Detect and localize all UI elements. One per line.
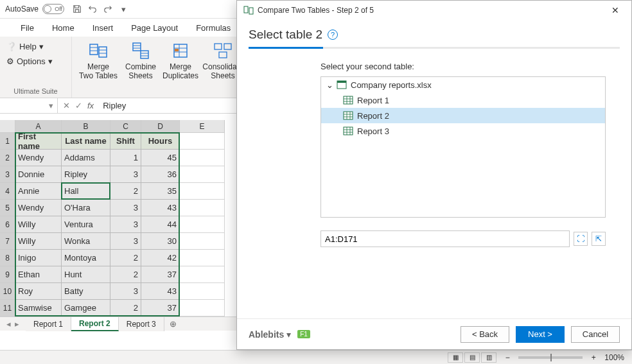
zoom-out-button[interactable]: − [503,353,512,362]
cell[interactable]: Ripley [62,166,110,183]
cell[interactable]: Ventura [62,216,110,233]
cell[interactable]: 2 [110,300,141,316]
cell[interactable] [180,150,225,166]
sheet-tab[interactable]: Report 3 [119,317,164,331]
column-header[interactable]: A [15,120,62,133]
row-header[interactable]: 9 [0,266,15,283]
tree-sheet-item[interactable]: Report 3 [321,123,605,139]
cell[interactable] [180,133,225,150]
cell[interactable]: 2 [110,183,141,200]
cell[interactable]: Gamgee [62,300,110,316]
chevron-down-icon[interactable]: ⌄ [326,80,333,90]
row-header[interactable]: 5 [0,200,15,216]
cell[interactable]: 3 [110,283,141,300]
zoom-slider[interactable] [518,356,583,359]
brand-label[interactable]: Ablebits▾ F1 [249,329,310,340]
tab-page-layout[interactable]: Page Layout [122,19,187,37]
merge-two-tables-button[interactable]: Merge Two Tables [76,39,121,81]
cell[interactable]: Samwise [15,300,62,316]
zoom-level[interactable]: 100% [604,353,624,362]
cell[interactable]: Inigo [15,250,62,266]
cell[interactable]: 3 [110,200,141,216]
collapse-range-icon[interactable]: ⇱ [592,232,606,246]
cell[interactable]: Hunt [62,266,110,283]
undo-icon[interactable] [87,4,98,14]
tree-root-item[interactable]: ⌄ Company reports.xlsx [321,77,605,92]
options-button[interactable]: ⚙Options▾ [6,56,53,66]
sheet-nav-prev-icon[interactable]: ◂ [6,319,11,329]
cell[interactable]: Hall [62,183,110,200]
name-box[interactable]: ▾ [0,98,58,113]
cancel-formula-icon[interactable]: ✕ [63,101,70,110]
next-button[interactable]: Next > [516,326,565,343]
zoom-in-button[interactable]: + [589,353,598,362]
table-header-cell[interactable]: Hours [141,133,180,150]
combine-sheets-button[interactable]: Combine Sheets [121,39,161,81]
save-icon[interactable] [72,4,82,14]
cell[interactable]: 2 [110,266,141,283]
tab-file[interactable]: File [12,19,43,37]
column-header[interactable]: B [62,120,110,133]
help-button[interactable]: ❔Help▾ [6,42,44,51]
cell[interactable] [180,233,225,250]
row-header[interactable]: 11 [0,300,15,316]
tab-insert[interactable]: Insert [83,19,123,37]
table-header-cell[interactable]: First name [15,133,62,150]
cell[interactable]: Willy [15,233,62,250]
cell[interactable]: 37 [141,266,180,283]
fx-icon[interactable]: fx [87,101,94,110]
view-page-break-icon[interactable]: ▥ [481,352,496,363]
cell[interactable] [180,183,225,200]
cell[interactable]: 2 [110,250,141,266]
row-header[interactable]: 10 [0,283,15,300]
cell[interactable] [180,283,225,300]
cell[interactable]: Montoya [62,250,110,266]
cell[interactable]: Annie [15,183,62,200]
sheet-tab[interactable]: Report 2 [71,317,119,331]
cell[interactable] [180,216,225,233]
cell[interactable]: Wonka [62,233,110,250]
cell[interactable]: Ethan [15,266,62,283]
expand-range-icon[interactable]: ⛶ [574,232,588,246]
sheet-nav-next-icon[interactable]: ▸ [15,319,19,329]
qat-dropdown-icon[interactable]: ▾ [118,4,128,14]
cell[interactable]: 43 [141,200,180,216]
autosave-toggle[interactable]: Off [42,4,64,14]
column-header[interactable]: C [110,120,141,133]
table-header-cell[interactable]: Last name [62,133,110,150]
select-all-corner[interactable] [0,120,15,133]
close-button[interactable]: ✕ [606,5,625,15]
row-header[interactable]: 3 [0,166,15,183]
sheet-tab[interactable]: Report 1 [26,317,71,331]
cell[interactable] [180,166,225,183]
cell[interactable]: 3 [110,233,141,250]
formula-value[interactable]: Ripley [99,101,126,110]
cell[interactable]: 42 [141,250,180,266]
cell[interactable]: O'Hara [62,200,110,216]
cell[interactable]: 36 [141,166,180,183]
cell[interactable]: Willy [15,216,62,233]
table-header-cell[interactable]: Shift [110,133,141,150]
cell[interactable] [180,266,225,283]
cell[interactable] [180,200,225,216]
row-header[interactable]: 4 [0,183,15,200]
cell[interactable] [180,300,225,316]
cell[interactable]: Addams [62,150,110,166]
redo-icon[interactable] [103,4,113,14]
cell[interactable]: 43 [141,283,180,300]
cell[interactable]: Donnie [15,166,62,183]
merge-duplicates-button[interactable]: Merge Duplicates [161,39,200,81]
cell[interactable]: 45 [141,150,180,166]
cell[interactable]: Batty [62,283,110,300]
cell[interactable]: 37 [141,300,180,316]
tree-sheet-item[interactable]: Report 1 [321,92,605,108]
cell[interactable]: 44 [141,216,180,233]
tab-home[interactable]: Home [43,19,83,37]
view-page-layout-icon[interactable]: ▤ [464,352,480,363]
view-normal-icon[interactable]: ▦ [448,352,463,363]
add-sheet-button[interactable]: ⊕ [164,319,182,329]
column-header[interactable]: E [180,120,225,133]
range-input[interactable] [320,230,570,247]
cancel-button[interactable]: Cancel [571,326,620,343]
row-header[interactable]: 1 [0,133,15,150]
